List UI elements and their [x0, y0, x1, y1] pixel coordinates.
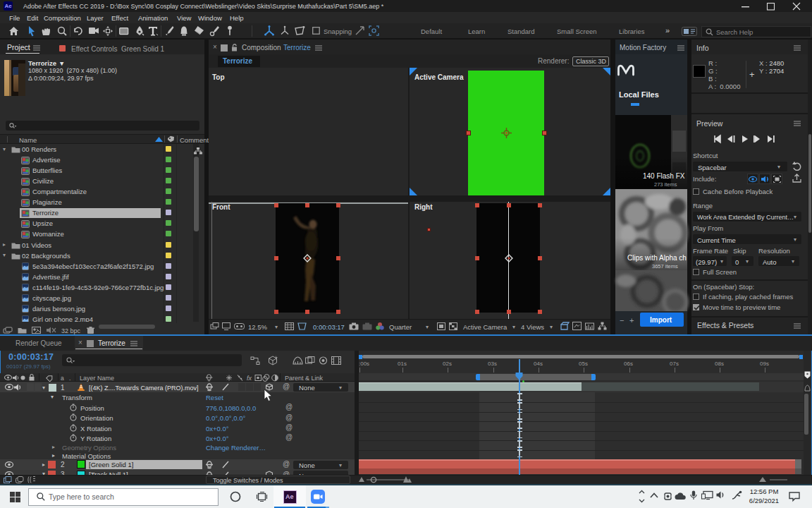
svg-text:fx: fx — [247, 375, 252, 382]
